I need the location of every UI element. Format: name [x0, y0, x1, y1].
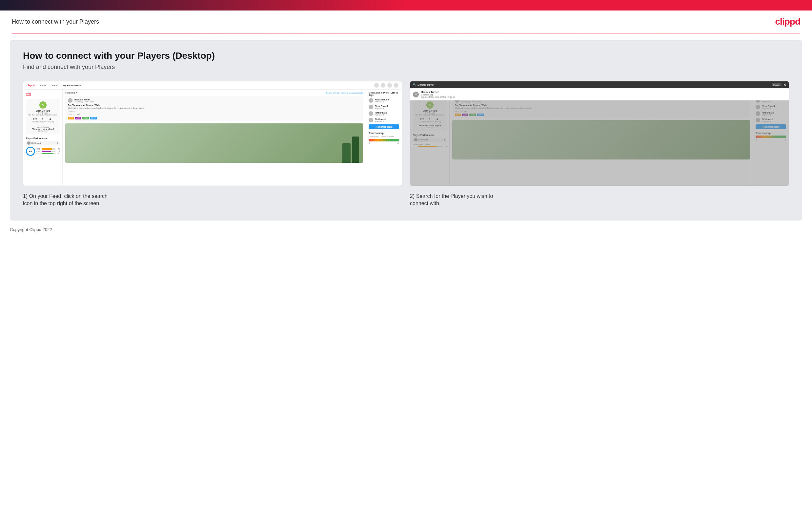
player-activities-richard: Activities: 7 — [375, 101, 390, 103]
header-divider — [12, 33, 800, 34]
close-button[interactable]: ✕ — [783, 83, 786, 87]
search-result-info: Marcus Turner 1.5 Handicap Cypress Point… — [421, 91, 456, 98]
heatmap-scale-1: -5 +5 — [369, 142, 399, 144]
tpq-circle-1: 84 — [26, 147, 35, 156]
search-result-club: Cypress Point Club, United Kingdom — [421, 96, 456, 98]
main-title: How to connect with your Players (Deskto… — [23, 50, 789, 61]
search-icon-nav[interactable] — [374, 83, 379, 88]
panel-1-caption: 1) On your Feed, click on the searchicon… — [23, 193, 402, 207]
activity-desc-1: Walking the course with my coach to buil… — [68, 107, 361, 109]
player-select-name-1: Eli Vincent — [32, 142, 57, 144]
stats-row-1: 129 Activities 3 Followers 4 Following — [32, 118, 54, 123]
nav-myperformance-1: My Performance — [62, 84, 82, 87]
nav-teams-1: Teams — [50, 84, 59, 87]
golf-image-1 — [65, 123, 363, 163]
tpq-row-1: 84 OTT 79 APP — [26, 147, 60, 156]
team-dashboard-btn-1[interactable]: Team Dashboard — [369, 124, 399, 129]
nav-home-1: Home — [39, 84, 48, 87]
nav-icons-1 — [374, 83, 398, 88]
stat-following-1: 4 Following — [47, 118, 54, 123]
search-result-handicap: 1.5 Handicap — [421, 93, 456, 96]
player-list-item-1: Richard Butler Activities: 7 — [369, 98, 399, 103]
following-row-1: Following ▾ Control who can see your act… — [65, 92, 363, 94]
player-info-richard: Richard Butler Activities: 7 — [375, 98, 390, 103]
activity-avatar-1 — [68, 98, 73, 103]
activity-user-name-1: Richard Butler — [75, 98, 94, 101]
clear-button[interactable]: CLEAR — [772, 83, 781, 86]
heatmap-min: -5 — [369, 142, 370, 144]
activity-duration-1: Duration — [68, 110, 361, 112]
player-name-piers: Piers Parnell — [375, 105, 388, 107]
player-activities-hiral: Activities: 3 — [375, 114, 387, 116]
heatmap-max: +5 — [397, 142, 399, 144]
player-list-item-4: Eli Vincent Activities: 1 — [369, 118, 399, 122]
tpq-bar-arg: ARG 81 — [36, 153, 60, 155]
panel-2: clippd Home Teams My Performance — [410, 81, 789, 207]
tpq-bar-app: APP 70 — [36, 150, 60, 152]
player-list-item-2: Piers Parnell Activities: 4 — [369, 105, 399, 109]
feed-tab-1: Feed — [26, 92, 31, 96]
settings-icon-nav[interactable] — [387, 83, 392, 88]
most-active-title-1: Most Active Players - Last 30 days — [369, 92, 399, 96]
dropdown-arrow-1: ▾ — [57, 142, 58, 144]
tpq-bar-ott: OTT 79 — [36, 148, 60, 150]
logo: clippd — [775, 16, 800, 27]
activity-card-1: Richard Butler Yesterday · The Grove Pre… — [65, 96, 363, 121]
stat-activities-1: 129 Activities — [32, 118, 39, 123]
player-perf-section-1: Player Performance Eli Vincent ▾ 84 — [26, 137, 60, 156]
screenshot-1: clippd Home Teams My Performance — [23, 81, 402, 186]
header: How to connect with your Players clippd — [0, 10, 812, 33]
badge-app-1: APP — [75, 117, 81, 120]
panel-2-caption: 2) Search for the Player you wish toconn… — [410, 193, 789, 207]
stat-followers-1: 3 Followers — [39, 118, 47, 123]
player-name-richard: Richard Butler — [375, 98, 390, 101]
player-name-hiral: Hiral Pujara — [375, 112, 387, 114]
profile-mini-1: B Blair McHarg Golf Coach Mill Ride Golf… — [26, 99, 60, 134]
player-name-eli: Eli Vincent — [375, 118, 386, 120]
search-icon-overlay: 🔍 — [413, 83, 416, 86]
copyright-text: Copyright Clippd 2022 — [10, 227, 52, 232]
control-link-1[interactable]: Control who can see your activity and da… — [326, 92, 363, 94]
player-avatar-eli — [369, 118, 373, 122]
avatar-icon-nav[interactable] — [394, 83, 398, 88]
player-select-avatar-1 — [27, 141, 31, 145]
search-bar: 🔍 Marcus Turner CLEAR ✕ — [410, 81, 789, 89]
app-sidebar-1: Feed B Blair McHarg Golf Coach Mill Ride… — [23, 90, 63, 185]
activity-meta-1: Yesterday · The Grove — [75, 101, 94, 103]
top-bar — [0, 0, 812, 10]
activity-title-1: Pre Tournament Course Walk — [68, 104, 361, 106]
player-info-eli: Eli Vincent Activities: 1 — [375, 118, 386, 122]
badge-arg-1: ARG — [82, 117, 89, 120]
player-list-item-3: Hiral Pujara Activities: 3 — [369, 111, 399, 116]
app-nav-1: clippd Home Teams My Performance — [23, 81, 402, 90]
main-subtitle: Find and connect with your Players — [23, 64, 789, 71]
search-result-avatar: M — [413, 92, 419, 97]
activity-user-info-1: Richard Butler Yesterday · The Grove — [75, 98, 94, 103]
panel-1: clippd Home Teams My Performance — [23, 81, 402, 207]
tpq-bars-1: OTT 79 APP 70 — [36, 148, 60, 155]
screenshot-2: clippd Home Teams My Performance — [410, 81, 789, 186]
golfer-2 — [352, 136, 359, 163]
team-heatmap-title-1: Team Heatmap — [369, 132, 399, 134]
golfer-1 — [342, 143, 350, 163]
player-info-hiral: Hiral Pujara Activities: 3 — [375, 112, 387, 116]
user-icon-nav[interactable] — [381, 83, 385, 88]
main-content: How to connect with your Players (Deskto… — [10, 40, 802, 220]
profile-club-1: Mill Ride Golf Club, United Kingdom — [29, 114, 57, 116]
player-activities-piers: Activities: 4 — [375, 107, 388, 109]
activity-duration-value-1: 02 hr : 00 min — [68, 114, 361, 116]
search-result-item[interactable]: M Marcus Turner 1.5 Handicap Cypress Poi… — [410, 89, 789, 100]
heatmap-bar-1 — [369, 139, 399, 141]
player-avatar-hiral — [369, 111, 373, 116]
player-avatar-richard — [369, 98, 373, 103]
search-result-name: Marcus Turner — [421, 91, 456, 93]
player-perf-title-1: Player Performance — [26, 137, 60, 139]
following-btn-1[interactable]: Following ▾ — [65, 92, 77, 94]
badge-putt-1: PUTT — [90, 117, 97, 120]
search-input-overlay[interactable]: Marcus Turner — [418, 83, 772, 86]
profile-avatar-1: B — [39, 101, 47, 109]
footer: Copyright Clippd 2022 — [0, 220, 812, 239]
player-select-1[interactable]: Eli Vincent ▾ — [26, 141, 60, 145]
profile-name-1: Blair McHarg — [36, 110, 50, 112]
player-info-piers: Piers Parnell Activities: 4 — [375, 105, 388, 109]
